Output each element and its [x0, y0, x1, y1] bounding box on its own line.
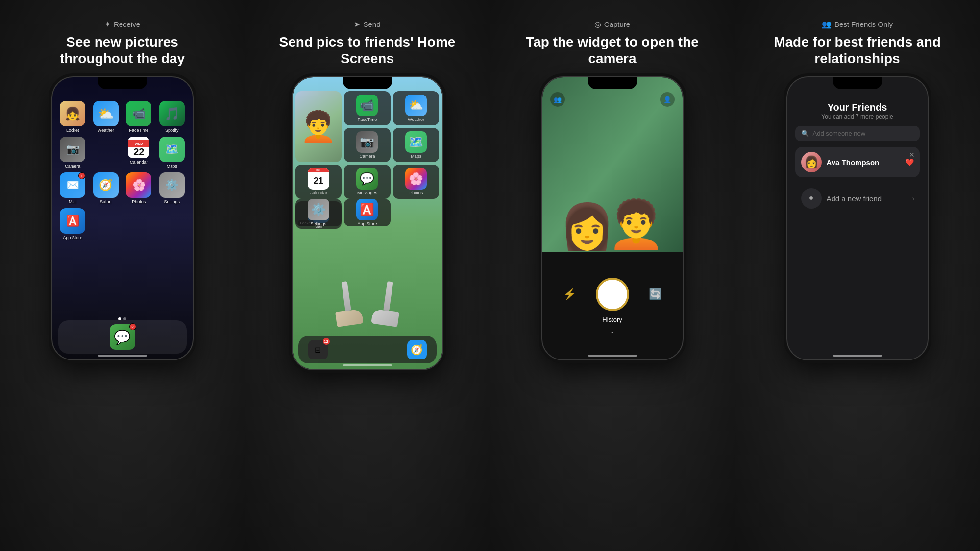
capture-top-bar: 👥 👤: [542, 92, 683, 107]
send-dock: ⊞ 12 🧭: [298, 336, 437, 363]
sg-photos-icon: 🌸: [405, 168, 427, 190]
photos-icon: 🌸: [126, 172, 151, 198]
spotify-label: Spotify: [165, 128, 179, 133]
ava-heart: ❤️: [906, 158, 914, 166]
sg-appstore-icon: 🅰️: [356, 199, 378, 220]
sneaker-right: [371, 309, 399, 327]
selfie-person: 🧑‍🦱: [300, 109, 337, 144]
ava-close-button[interactable]: ✕: [909, 151, 915, 159]
sg-locket: 🧑‍🦱 Locket: [295, 91, 342, 162]
add-friend-label: Add a new friend: [827, 194, 882, 203]
sg-cal-num: 21: [314, 172, 323, 190]
friends-search-bar[interactable]: 🔍 Add someone new: [795, 126, 920, 141]
sg-maps-label: Maps: [411, 154, 421, 159]
leg-left: [342, 281, 351, 311]
send-dock-grid: ⊞ 12: [308, 340, 328, 359]
settings-label: Settings: [164, 199, 180, 204]
dock-messages: 💬 2: [110, 324, 135, 350]
panel-receive: ✦ Receive See new pictures throughout th…: [0, 0, 245, 551]
capture-controls: ⚡ 🔄 History ⌄: [542, 252, 683, 359]
ava-name: Ava Thompson: [827, 158, 904, 167]
sg-calendar: TUE 21 Calendar: [295, 165, 342, 199]
send-notch: [343, 77, 392, 89]
app-locket: 👧 Locket: [58, 101, 88, 133]
sg-cal-day: TUE: [308, 168, 329, 172]
capture-title: Tap the widget to open the camera: [524, 34, 701, 67]
sg-calendar-icon: TUE 21: [308, 168, 329, 190]
sg-settings-icon: ⚙️: [308, 199, 329, 220]
panel-capture: ◎ Capture Tap the widget to open the cam…: [490, 0, 735, 551]
phone-notch: [98, 77, 147, 89]
friends-group-icon: 👥: [822, 20, 832, 29]
shutter-button[interactable]: [596, 278, 629, 311]
sg-maps: 🗺️ Maps: [393, 128, 440, 162]
add-friend-icon: ✦: [801, 188, 822, 209]
capture-profile-icon[interactable]: 👤: [660, 92, 675, 107]
send-icon-label: Send: [363, 20, 380, 28]
receive-title: See new pictures throughout the day: [34, 34, 211, 67]
sg-appstore: 🅰️ App Store: [344, 199, 391, 226]
panel-best-friends: 👥 Best Friends Only Made for best friend…: [735, 0, 980, 551]
shoe-right: [371, 280, 403, 327]
locket-photo: 👧: [60, 101, 85, 126]
friends-phone: Your Friends You can add 7 more people 🔍…: [786, 76, 929, 360]
app-facetime: 📹 FaceTime: [124, 101, 154, 133]
app-weather: ⛅ Weather: [91, 101, 121, 133]
send-phone-inner: 🧑‍🦱 Locket 📹 FaceTime ⛅ Weather 📷: [293, 77, 442, 369]
leg-right: [383, 281, 393, 311]
ava-name-row: Ava Thompson ❤️: [827, 158, 914, 167]
sg-appstore-label: App Store: [357, 221, 377, 226]
camera-icon: 📷: [60, 137, 85, 162]
locket-selfie: 🧑‍🦱: [295, 91, 342, 162]
send-dock-safari: 🧭: [407, 340, 427, 359]
receive-phone: 👧 Locket ⛅ Weather 📹 FaceTime 🎵 Spotify: [51, 76, 194, 360]
sg-camera-label: Camera: [359, 154, 375, 159]
flash-icon[interactable]: ⚡: [563, 288, 576, 301]
send-grid-row4: ⚙️ Settings 🅰️ App Store: [295, 199, 440, 226]
search-placeholder: Add someone new: [813, 130, 866, 137]
home-dock: 💬 2: [58, 320, 187, 354]
panel-friends-header: 👥 Best Friends Only Made for best friend…: [769, 20, 946, 67]
send-arrow-icon: ➤: [354, 20, 360, 29]
facetime-icon: 📹: [126, 101, 151, 126]
send-dock-badge: 12: [323, 338, 330, 345]
friends-section-header: Your Friends You can add 7 more people: [795, 102, 920, 120]
app-mail: ✉️ 1 Mail: [58, 172, 88, 204]
app-spotify: 🎵 Spotify: [157, 101, 187, 133]
panel-send: ➤ Send Send pics to friends' Home Screen…: [245, 0, 490, 551]
grid-icon: ⊞: [315, 345, 321, 355]
app-grid: 👧 Locket ⛅ Weather 📹 FaceTime 🎵 Spotify: [58, 101, 187, 240]
add-friend-row[interactable]: ✦ Add a new friend ›: [795, 183, 920, 214]
sg-weather-label: Weather: [408, 117, 424, 122]
friend-ava-row: 👩 Ava Thompson ❤️ ✕: [795, 147, 920, 177]
app-spacer: [91, 137, 117, 162]
friends-icon-label: Best Friends Only: [834, 20, 893, 28]
send-phone: 🧑‍🦱 Locket 📹 FaceTime ⛅ Weather 📷: [292, 76, 443, 370]
capture-icon-label: Capture: [604, 20, 630, 28]
app-appstore: 🅰️ App Store: [58, 208, 88, 240]
safari-icon: 🧭: [93, 172, 119, 198]
sg-camera: 📷 Camera: [344, 128, 391, 162]
app-photos: 🌸 Photos: [124, 172, 154, 204]
calendar-day: WED: [128, 140, 149, 147]
messages-badge: 2: [129, 323, 136, 330]
photos-label: Photos: [132, 199, 146, 204]
your-friends-subtitle: You can add 7 more people: [795, 113, 920, 120]
calendar-icon: WED 22: [128, 137, 149, 158]
send-icon-row: ➤ Send: [354, 20, 380, 29]
add-friend-chevron: ›: [912, 194, 915, 202]
search-icon: 🔍: [801, 130, 809, 137]
receive-icon-label: Receive: [114, 20, 140, 28]
sg-messages: 💬 Messages: [344, 165, 391, 199]
flip-icon[interactable]: 🔄: [649, 288, 662, 301]
panel-capture-header: ◎ Capture Tap the widget to open the cam…: [524, 20, 701, 67]
sg-facetime-label: FaceTime: [358, 117, 377, 122]
sg-messages-icon: 💬: [356, 168, 378, 190]
panel-send-header: ➤ Send Send pics to friends' Home Screen…: [279, 20, 456, 67]
capture-home-indicator: [588, 355, 637, 357]
weather-label: Weather: [98, 128, 114, 133]
capture-friends-icon[interactable]: 👥: [550, 92, 565, 107]
sg-camera-icon: 📷: [356, 131, 378, 153]
friends-icon-row: 👥 Best Friends Only: [822, 20, 893, 29]
capture-phone-inner: 👥 👤 👩 🧑‍🦱 ⚡ 🔄 History ⌄: [542, 77, 683, 359]
